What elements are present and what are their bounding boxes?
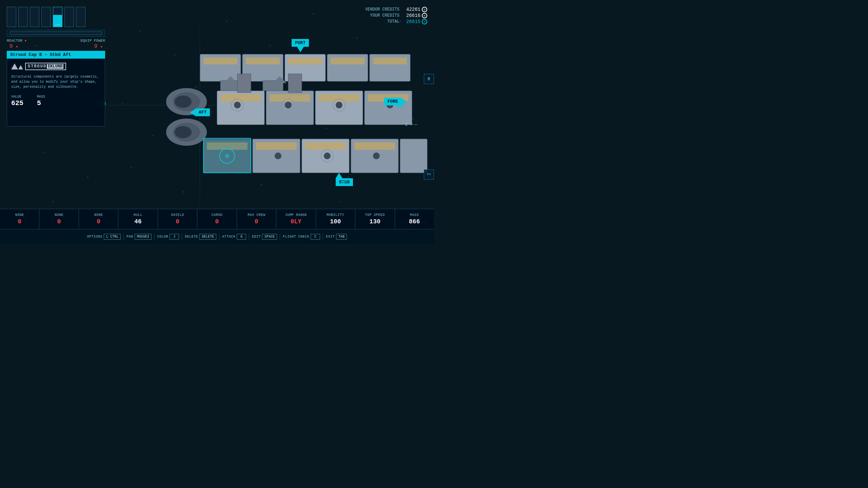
power-bars-section: ENG [7,7,105,27]
reactor-value: 0 [9,43,13,49]
svg-point-51 [324,152,331,159]
exit-key[interactable]: TAB [336,234,347,240]
color-key[interactable]: J [170,234,179,240]
eng-bar-label: ENG [53,23,62,26]
brand-text-eklund: EKLUND [47,64,63,69]
svg-rect-27 [288,74,302,93]
delete-key[interactable]: DELETE [199,234,216,240]
aft-arrow [190,109,195,116]
svg-rect-8 [331,58,364,64]
nav-indicator[interactable]: 2 > — [405,122,417,127]
color-item: COLOR J [157,234,179,240]
power-bar-3[interactable] [30,7,39,27]
stat-shield: SHIELD 0 [158,209,197,229]
aft-text: AFT [195,108,210,116]
svg-rect-24 [319,94,359,102]
mass-number: 5 [37,99,45,107]
right-panel-r-button[interactable]: R [424,74,434,84]
dist-port-label: 12 [298,43,303,47]
reactor-dropdown[interactable]: ▼ [25,39,26,43]
dist-stbd-label: 21 [342,179,347,183]
sep-6 [280,233,280,240]
total-credits-value: 26615 ⊙ [406,19,427,24]
reactor-equip-row: REACTOR ▼ EQUIP POWER [7,38,105,43]
attach-item: ATTACH G [222,234,246,240]
brand-diamond-left [11,63,18,69]
module-value-stat: VALUE 625 [11,95,23,107]
mass-label: MASS [37,95,45,99]
right-panel-f-button[interactable]: F≡ [424,169,434,180]
stat-hull: HULL 46 [118,209,158,229]
attach-label: ATTACH [222,235,235,239]
sep-5 [249,233,249,240]
value-number: 625 [11,99,23,107]
flight-check-item: FLIGHT CHECK C [283,234,320,240]
total-label: TOTAL [365,19,399,24]
pan-key[interactable]: MOUSE3 [135,234,152,240]
equip-value: 9 [94,43,97,49]
flight-check-key[interactable]: C [311,234,320,240]
edit-label: EDIT [252,235,261,239]
power-bar-1[interactable] [7,7,16,27]
module-name-bar[interactable]: Stroud Cap B - Stbd Aft [7,51,105,59]
brand-text-stroud: STROUD [28,64,46,69]
fore-text: FORE [384,98,401,105]
svg-rect-5 [203,58,237,64]
power-bar-4[interactable] [41,7,51,27]
your-credits-label: YOUR CREDITS [365,13,399,18]
options-item: OPTIONS L CTRL [87,234,121,240]
module-info-panel: STROUD EKLUND Structural components are … [7,59,105,126]
options-label: OPTIONS [87,235,103,239]
svg-point-45 [336,102,342,108]
power-bar-6[interactable] [64,7,74,27]
reactor-label: REACTOR [7,39,22,43]
vendor-credits-label: VENDOR CREDITS [365,7,399,12]
reactor-power-row [7,30,105,37]
bottom-toolbar: OPTIONS L CTRL PAN MOUSE3 COLOR J DELETE… [0,229,434,244]
flight-check-label: FLIGHT CHECK [283,235,309,239]
power-slider[interactable] [10,32,102,35]
module-stats: VALUE 625 MASS 5 [11,95,101,107]
stat-top-speed: TOP SPEED 130 [355,209,395,229]
svg-point-14 [175,96,192,108]
your-credits-value: 26616 ⊙ [406,13,427,18]
port-arrow [297,47,304,52]
svg-rect-9 [373,58,407,64]
brand-diamond-right [18,65,23,69]
fore-label: FORE [384,98,407,105]
stat-cargo: CARGO 0 [197,209,237,229]
power-bar-2[interactable] [18,7,28,27]
edit-item: EDIT SPACE [252,234,277,240]
ship-view[interactable] [112,34,434,214]
color-label: COLOR [157,235,169,239]
delete-label: DELETE [185,235,198,239]
stat-mobility: MOBILITY 100 [316,209,355,229]
pan-item: PAN MOUSE3 [126,234,152,240]
power-bar-5[interactable]: ENG [53,7,62,27]
delete-item: DELETE DELETE [185,234,216,240]
attach-key[interactable]: G [237,234,246,240]
edit-key[interactable]: SPACE [262,234,277,240]
w25-label: W25 [397,105,403,109]
stat-mass: MASS 866 [395,209,434,229]
svg-rect-35 [305,142,346,150]
options-key[interactable]: L CTRL [104,234,121,240]
nav-text: 2 > [405,122,413,127]
nav-arrow: — [414,122,417,127]
stat-none-2: NONE 0 [39,209,79,229]
svg-rect-34 [256,142,297,150]
module-name: Stroud Cap B - Stbd Aft [10,52,71,57]
pan-label: PAN [126,235,133,239]
svg-rect-23 [270,94,310,102]
svg-rect-7 [288,58,322,64]
vendor-credits-value: 42261 ⊙ [406,7,427,12]
power-bar-7[interactable] [76,7,85,27]
top-right-panel: VENDOR CREDITS 42261 ⊙ YOUR CREDITS 2661… [365,7,427,24]
svg-point-41 [234,102,241,108]
svg-point-49 [275,152,281,159]
stat-max-crew: MAX CREW 0 [237,209,276,229]
equip-label: EQUIP POWER [80,39,105,43]
top-left-panel: ENG REACTOR ▼ EQUIP POWER 0 ▼ 9 ▼ [7,7,105,126]
svg-point-17 [175,126,192,138]
svg-rect-36 [354,142,395,150]
